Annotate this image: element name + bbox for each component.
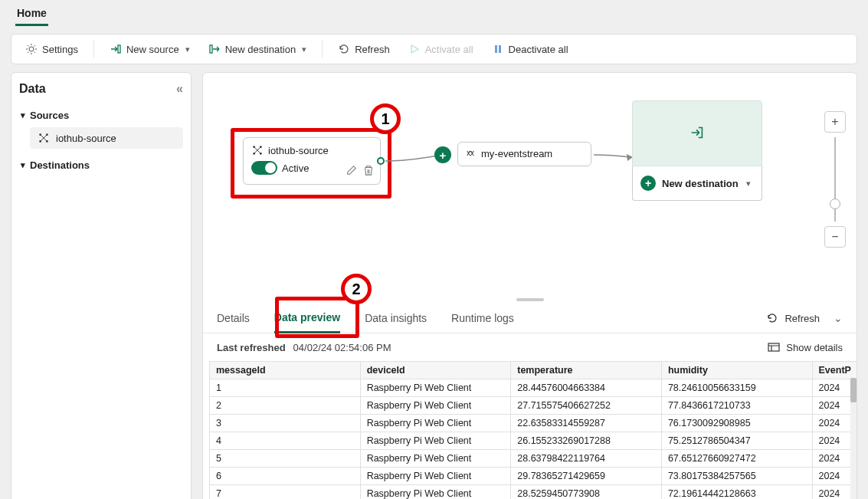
tab-data-insights[interactable]: Data insights: [365, 304, 427, 332]
destination-placeholder: + New destination ▾: [632, 100, 762, 201]
cell-humidity: 78.24610056633159: [661, 379, 812, 397]
panel-refresh-button[interactable]: Refresh ⌄: [766, 312, 843, 324]
sidebar-group-destinations[interactable]: ▾ Destinations: [19, 156, 183, 174]
cell-temperature: 26.155233269017288: [511, 432, 662, 450]
chevron-down-icon: ▾: [185, 44, 190, 54]
cell-humidity: 76.1730092908985: [661, 415, 812, 432]
cell-messageId: 4: [210, 432, 361, 450]
cell-messageId: 1: [210, 379, 361, 397]
new-destination-node-label: New destination: [662, 178, 739, 189]
col-eventP[interactable]: EventP: [812, 362, 857, 379]
node-iothub-source[interactable]: iothub-source Active: [243, 137, 381, 185]
zoom-slider[interactable]: [834, 137, 836, 222]
chevron-down-icon: ▾: [302, 44, 306, 54]
new-destination-node-button[interactable]: + New destination ▾: [632, 166, 762, 201]
sidebar: Data « ▾ Sources iothub-source ▾ Destina…: [11, 72, 192, 499]
edit-icon[interactable]: [346, 165, 357, 178]
play-icon: [408, 43, 421, 55]
node-eventstream[interactable]: my-eventstream: [457, 142, 591, 166]
cell-deviceId: Raspberry Pi Web Client: [360, 397, 511, 415]
gear-icon: [25, 43, 38, 55]
eventstream-icon: [464, 147, 477, 159]
svg-rect-0: [118, 45, 120, 53]
table-row[interactable]: 2Raspberry Pi Web Client27.7155754066272…: [210, 397, 857, 415]
source-in-icon: [110, 43, 122, 55]
settings-button[interactable]: Settings: [18, 39, 86, 59]
tab-runtime-logs[interactable]: Runtime logs: [451, 304, 514, 332]
cell-humidity: 77.8436617210733: [661, 397, 812, 415]
active-toggle[interactable]: [251, 161, 277, 175]
refresh-button[interactable]: Refresh: [330, 39, 398, 59]
cell-temperature: 28.63798422119764: [511, 450, 662, 468]
chevron-down-icon: ⌄: [834, 312, 843, 324]
table-row[interactable]: 7Raspberry Pi Web Client28.5259450773908…: [210, 485, 857, 500]
cell-temperature: 22.63583314559287: [511, 415, 662, 432]
tab-data-preview[interactable]: Data preview: [274, 304, 340, 333]
toolbar: Settings New source ▾ New destination ▾ …: [11, 34, 857, 64]
iot-hub-icon: [38, 132, 50, 144]
cell-deviceId: Raspberry Pi Web Client: [360, 450, 511, 468]
table-row[interactable]: 3Raspberry Pi Web Client22.6358331455928…: [210, 415, 857, 432]
source-item-label: iothub-source: [56, 133, 116, 144]
new-destination-button[interactable]: New destination ▾: [201, 39, 315, 59]
node-title-label: iothub-source: [268, 145, 329, 156]
table-row[interactable]: 6Raspberry Pi Web Client29.7836527142965…: [210, 468, 857, 485]
delete-icon[interactable]: [363, 165, 374, 178]
show-details-label: Show details: [786, 342, 843, 353]
output-icon: [689, 124, 706, 143]
vertical-scrollbar[interactable]: [850, 378, 857, 499]
last-refreshed-label: Last refreshed: [217, 342, 286, 353]
cell-humidity: 67.65127660927472: [661, 450, 812, 468]
deactivate-all-label: Deactivate all: [509, 44, 568, 55]
output-port-icon[interactable]: [377, 157, 385, 165]
zoom-in-button[interactable]: +: [824, 111, 846, 133]
annotation-badge-2: 2: [341, 274, 372, 304]
col-humidity[interactable]: humidity: [661, 362, 812, 379]
panel-refresh-label: Refresh: [784, 313, 820, 324]
new-source-button[interactable]: New source ▾: [102, 39, 198, 59]
svg-rect-2: [495, 45, 497, 53]
destinations-label: Destinations: [30, 159, 90, 171]
deactivate-all-button[interactable]: Deactivate all: [484, 39, 576, 59]
show-details-button[interactable]: Show details: [768, 341, 843, 353]
col-temperature[interactable]: temperature: [511, 362, 662, 379]
plus-icon: +: [640, 176, 656, 191]
tab-details[interactable]: Details: [217, 304, 250, 332]
canvas[interactable]: iothub-source Active 1: [203, 73, 857, 297]
bottom-tabs: Details Data preview Data insights Runti…: [203, 302, 857, 333]
activate-all-label: Activate all: [425, 44, 473, 55]
sidebar-title: Data: [19, 82, 46, 96]
col-deviceId[interactable]: deviceId: [360, 362, 511, 379]
table-row[interactable]: 1Raspberry Pi Web Client28.4457600466338…: [210, 379, 857, 397]
cell-deviceId: Raspberry Pi Web Client: [360, 468, 511, 485]
svg-rect-1: [210, 45, 212, 53]
col-messageId[interactable]: messageId: [210, 362, 361, 379]
sidebar-group-sources[interactable]: ▾ Sources: [19, 107, 183, 124]
cell-temperature: 27.715575406627252: [511, 397, 662, 415]
collapse-icon[interactable]: «: [176, 82, 183, 96]
cell-humidity: 73.80175384257565: [661, 468, 812, 485]
cell-deviceId: Raspberry Pi Web Client: [360, 415, 511, 432]
svg-rect-3: [499, 45, 501, 53]
table-row[interactable]: 5Raspberry Pi Web Client28.6379842211976…: [210, 450, 857, 468]
activate-all-button[interactable]: Activate all: [401, 39, 481, 59]
annotation-badge-1: 1: [370, 103, 401, 134]
cell-humidity: 72.19614442128663: [661, 485, 812, 500]
cell-messageId: 3: [210, 415, 361, 432]
add-transform-button[interactable]: +: [434, 146, 451, 163]
new-destination-label: New destination: [225, 44, 296, 55]
sidebar-item-iothub-source[interactable]: iothub-source: [30, 127, 183, 149]
tab-home[interactable]: Home: [15, 5, 48, 26]
destination-out-icon: [208, 43, 221, 55]
refresh-icon: [766, 312, 778, 324]
chevron-down-icon: ▾: [746, 179, 751, 189]
table-row[interactable]: 4Raspberry Pi Web Client26.1552332690172…: [210, 432, 857, 450]
refresh-icon: [338, 43, 350, 55]
cell-deviceId: Raspberry Pi Web Client: [360, 485, 511, 500]
cell-temperature: 28.44576004663384: [511, 379, 662, 397]
cell-temperature: 29.78365271429659: [511, 468, 662, 485]
details-icon: [768, 341, 780, 353]
zoom-out-button[interactable]: −: [824, 226, 846, 248]
cell-deviceId: Raspberry Pi Web Client: [360, 379, 511, 397]
stream-node-label: my-eventstream: [481, 148, 552, 159]
